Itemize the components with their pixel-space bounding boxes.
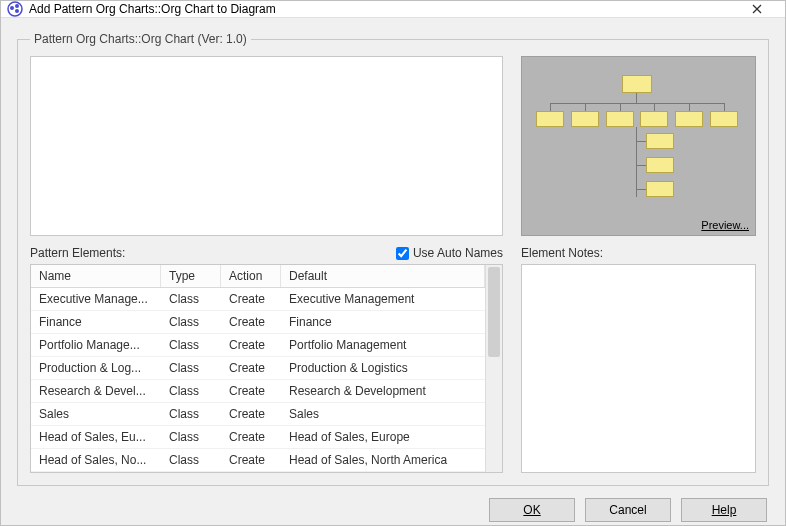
cell-action: Create: [221, 380, 281, 402]
cell-name: Production & Log...: [31, 357, 161, 379]
preview-node: [606, 111, 634, 127]
cell-default: Head of Sales, Europe: [281, 426, 485, 448]
cell-name: Research & Devel...: [31, 380, 161, 402]
dialog-body: Pattern Org Charts::Org Chart (Ver: 1.0): [1, 18, 785, 526]
preview-connector: [636, 165, 646, 166]
cancel-button[interactable]: Cancel: [585, 498, 671, 522]
cell-action: Create: [221, 357, 281, 379]
dialog-buttons: OK Cancel Help: [17, 494, 769, 524]
help-label: Help: [712, 503, 737, 517]
preview-connector: [689, 103, 690, 111]
grid-rows: Executive Manage...ClassCreateExecutive …: [31, 288, 485, 472]
cancel-label: Cancel: [609, 503, 646, 517]
preview-connector: [636, 93, 637, 103]
preview-connector: [550, 103, 551, 111]
app-icon: [7, 1, 23, 17]
table-row[interactable]: Production & Log...ClassCreateProduction…: [31, 357, 485, 380]
titlebar: Add Pattern Org Charts::Org Chart to Dia…: [1, 1, 785, 18]
element-notes-panel: Element Notes:: [521, 246, 756, 473]
cell-action: Create: [221, 449, 281, 471]
table-row[interactable]: Executive Manage...ClassCreateExecutive …: [31, 288, 485, 311]
preview-link[interactable]: Preview...: [701, 219, 749, 231]
preview-node: [640, 111, 668, 127]
table-row[interactable]: Head of Sales, Eu...ClassCreateHead of S…: [31, 426, 485, 449]
table-row[interactable]: Head of Sales, No...ClassCreateHead of S…: [31, 449, 485, 472]
cell-action: Create: [221, 334, 281, 356]
cell-type: Class: [161, 311, 221, 333]
table-row[interactable]: SalesClassCreateSales: [31, 403, 485, 426]
cell-type: Class: [161, 334, 221, 356]
preview-node: [675, 111, 703, 127]
preview-connector: [724, 103, 725, 111]
element-notes-area[interactable]: [521, 264, 756, 473]
grid-scrollbar[interactable]: [485, 265, 502, 472]
cell-action: Create: [221, 426, 281, 448]
groupbox-legend: Pattern Org Charts::Org Chart (Ver: 1.0): [30, 32, 251, 46]
cell-name: Portfolio Manage...: [31, 334, 161, 356]
cell-default: Head of Sales, North America: [281, 449, 485, 471]
cell-name: Executive Manage...: [31, 288, 161, 310]
cell-default: Research & Development: [281, 380, 485, 402]
preview-node: [622, 75, 652, 93]
cell-default: Production & Logistics: [281, 357, 485, 379]
pattern-elements-label: Pattern Elements:: [30, 246, 125, 260]
svg-point-0: [8, 2, 22, 16]
cell-type: Class: [161, 449, 221, 471]
preview-pane[interactable]: Preview...: [521, 56, 756, 236]
preview-connector: [654, 103, 655, 111]
window-title: Add Pattern Org Charts::Org Chart to Dia…: [29, 2, 735, 16]
cell-default: Portfolio Management: [281, 334, 485, 356]
preview-chart: [540, 75, 737, 207]
use-auto-names-checkbox[interactable]: [396, 247, 409, 260]
table-row[interactable]: FinanceClassCreateFinance: [31, 311, 485, 334]
preview-node: [710, 111, 738, 127]
cell-action: Create: [221, 403, 281, 425]
preview-node: [646, 133, 674, 149]
cell-type: Class: [161, 403, 221, 425]
cell-default: Finance: [281, 311, 485, 333]
preview-connector: [585, 103, 586, 111]
cell-action: Create: [221, 311, 281, 333]
col-name[interactable]: Name: [31, 265, 161, 287]
preview-node: [646, 181, 674, 197]
preview-node: [646, 157, 674, 173]
preview-connector: [636, 127, 637, 197]
pattern-groupbox: Pattern Org Charts::Org Chart (Ver: 1.0): [17, 32, 769, 486]
svg-point-3: [15, 9, 19, 13]
dialog-window: Add Pattern Org Charts::Org Chart to Dia…: [0, 0, 786, 526]
cell-name: Sales: [31, 403, 161, 425]
top-row: Preview...: [30, 56, 756, 236]
preview-connector: [550, 103, 724, 104]
preview-node: [571, 111, 599, 127]
cell-type: Class: [161, 288, 221, 310]
col-action[interactable]: Action: [221, 265, 281, 287]
col-default[interactable]: Default: [281, 265, 485, 287]
bottom-row: Pattern Elements: Use Auto Names Name Ty…: [30, 246, 756, 473]
cell-default: Sales: [281, 403, 485, 425]
cell-default: Executive Management: [281, 288, 485, 310]
svg-point-1: [10, 6, 14, 10]
ok-button[interactable]: OK: [489, 498, 575, 522]
use-auto-names[interactable]: Use Auto Names: [396, 246, 503, 260]
scroll-thumb[interactable]: [488, 267, 500, 357]
description-area: [30, 56, 503, 236]
preview-connector: [636, 141, 646, 142]
cell-action: Create: [221, 288, 281, 310]
table-row[interactable]: Portfolio Manage...ClassCreatePortfolio …: [31, 334, 485, 357]
col-type[interactable]: Type: [161, 265, 221, 287]
close-button[interactable]: [735, 1, 779, 17]
ok-label: OK: [523, 503, 540, 517]
cell-type: Class: [161, 426, 221, 448]
element-notes-label: Element Notes:: [521, 246, 756, 260]
preview-connector: [636, 189, 646, 190]
table-row[interactable]: Research & Devel...ClassCreateResearch &…: [31, 380, 485, 403]
cell-name: Finance: [31, 311, 161, 333]
svg-point-2: [15, 4, 19, 8]
pattern-elements-grid[interactable]: Name Type Action Default Executive Manag…: [30, 264, 503, 473]
cell-type: Class: [161, 357, 221, 379]
preview-connector: [620, 103, 621, 111]
cell-name: Head of Sales, No...: [31, 449, 161, 471]
close-icon: [752, 4, 762, 14]
grid-header: Name Type Action Default: [31, 265, 485, 288]
help-button[interactable]: Help: [681, 498, 767, 522]
